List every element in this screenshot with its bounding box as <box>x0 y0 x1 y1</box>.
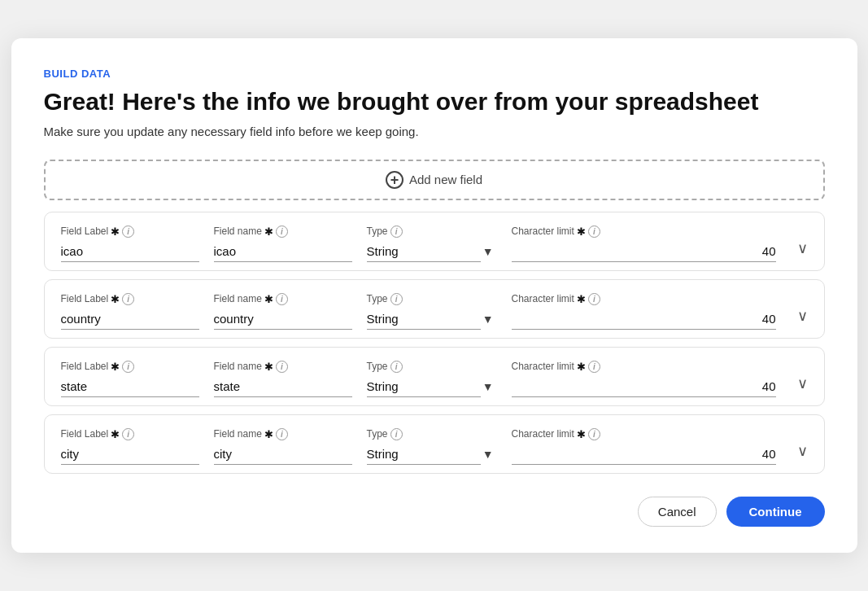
field-name-group-4: Field name ✱ i <box>214 428 352 465</box>
field-char-info-icon-1[interactable]: i <box>588 225 600 238</box>
field-char-info-icon-2[interactable]: i <box>588 293 600 305</box>
char-limit-input-3[interactable] <box>512 376 776 397</box>
subtitle: Make sure you update any necessary field… <box>44 125 825 138</box>
field-label-input-3[interactable] <box>61 376 199 397</box>
field-label-input-4[interactable] <box>61 444 199 465</box>
required-star-name-2: ✱ <box>264 293 273 305</box>
field-type-info-icon-3[interactable]: i <box>390 361 403 373</box>
type-select-wrap-4: StringNumberBooleanDate ▼ <box>367 444 497 465</box>
field-name-group-3: Field name ✱ i <box>214 361 352 397</box>
dropdown-arrow-icon-4: ▼ <box>482 448 494 461</box>
continue-button[interactable]: Continue <box>726 497 825 527</box>
required-star-label-1: ✱ <box>111 225 120 238</box>
required-star-name-4: ✱ <box>264 428 273 440</box>
field-char-group-1: Character limit ✱ i <box>512 225 776 262</box>
field-name-info-icon-2[interactable]: i <box>276 293 288 305</box>
field-label-input-2[interactable] <box>61 309 199 330</box>
char-limit-input-2[interactable] <box>512 309 776 330</box>
field-char-group-2: Character limit ✱ i <box>512 293 776 330</box>
field-name-input-3[interactable] <box>214 376 352 397</box>
required-star-char-1: ✱ <box>577 225 586 238</box>
field-type-header-2: Type i <box>367 293 497 305</box>
required-star-char-4: ✱ <box>577 428 586 440</box>
field-type-info-icon-2[interactable]: i <box>390 293 403 305</box>
main-modal: BUILD DATA Great! Here's the info we bro… <box>11 38 857 553</box>
required-star-char-3: ✱ <box>577 361 586 373</box>
field-name-info-icon-4[interactable]: i <box>276 428 288 440</box>
field-type-group-1: Type i StringNumberBooleanDate ▼ <box>367 225 497 262</box>
required-star-label-4: ✱ <box>111 428 120 440</box>
fields-container: Field Label ✱ i Field name ✱ i Type i St… <box>44 212 825 474</box>
field-name-info-icon-1[interactable]: i <box>276 225 288 238</box>
field-label-group-2: Field Label ✱ i <box>61 293 199 330</box>
field-name-header-2: Field name ✱ i <box>214 293 352 305</box>
field-name-group-1: Field name ✱ i <box>214 225 352 262</box>
field-name-group-2: Field name ✱ i <box>214 293 352 330</box>
field-label-info-icon-1[interactable]: i <box>122 225 134 238</box>
field-label-input-1[interactable] <box>61 241 199 262</box>
field-char-header-2: Character limit ✱ i <box>512 293 776 305</box>
required-star-label-2: ✱ <box>111 293 120 305</box>
char-limit-input-4[interactable] <box>512 444 776 465</box>
field-label-info-icon-2[interactable]: i <box>122 293 134 305</box>
field-type-group-2: Type i StringNumberBooleanDate ▼ <box>367 293 497 330</box>
field-row-2: Field Label ✱ i Field name ✱ i Type i St… <box>44 279 825 339</box>
field-name-input-2[interactable] <box>214 309 352 330</box>
char-limit-input-1[interactable] <box>512 241 776 262</box>
required-star-name-1: ✱ <box>264 225 273 238</box>
field-type-header-1: Type i <box>367 225 497 238</box>
field-label-info-icon-3[interactable]: i <box>122 361 134 373</box>
type-select-2[interactable]: StringNumberBooleanDate <box>367 309 481 330</box>
required-star-char-2: ✱ <box>577 293 586 305</box>
field-char-info-icon-3[interactable]: i <box>588 361 600 373</box>
chevron-down-button-3[interactable]: ∨ <box>791 371 811 396</box>
field-label-group-4: Field Label ✱ i <box>61 428 199 465</box>
type-select-4[interactable]: StringNumberBooleanDate <box>367 444 481 465</box>
field-label-info-icon-4[interactable]: i <box>122 428 134 440</box>
chevron-down-button-2[interactable]: ∨ <box>791 304 811 328</box>
field-label-header-2: Field Label ✱ i <box>61 293 199 305</box>
field-char-info-icon-4[interactable]: i <box>588 428 600 440</box>
field-row-1: Field Label ✱ i Field name ✱ i Type i St… <box>44 212 825 271</box>
field-name-header-4: Field name ✱ i <box>214 428 352 440</box>
type-select-wrap-3: StringNumberBooleanDate ▼ <box>367 376 497 397</box>
type-select-wrap-1: StringNumberBooleanDate ▼ <box>367 241 497 262</box>
field-label-header-1: Field Label ✱ i <box>61 225 199 238</box>
field-type-header-4: Type i <box>367 428 497 440</box>
chevron-down-button-4[interactable]: ∨ <box>791 439 811 463</box>
field-row-3: Field Label ✱ i Field name ✱ i Type i St… <box>44 347 825 406</box>
footer-buttons: Cancel Continue <box>44 497 825 527</box>
field-type-info-icon-4[interactable]: i <box>390 428 403 440</box>
field-name-input-4[interactable] <box>214 444 352 465</box>
field-name-header-1: Field name ✱ i <box>214 225 352 238</box>
field-label-group-1: Field Label ✱ i <box>61 225 199 262</box>
field-type-group-4: Type i StringNumberBooleanDate ▼ <box>367 428 497 465</box>
dropdown-arrow-icon-3: ▼ <box>482 380 494 393</box>
main-title: Great! Here's the info we brought over f… <box>44 88 825 116</box>
dropdown-arrow-icon-1: ▼ <box>482 245 494 258</box>
required-star-label-3: ✱ <box>111 361 120 373</box>
field-row-4: Field Label ✱ i Field name ✱ i Type i St… <box>44 414 825 474</box>
plus-circle-icon: + <box>386 171 403 189</box>
field-name-header-3: Field name ✱ i <box>214 361 352 373</box>
chevron-down-button-1[interactable]: ∨ <box>791 236 811 260</box>
field-type-header-3: Type i <box>367 361 497 373</box>
type-select-3[interactable]: StringNumberBooleanDate <box>367 376 481 397</box>
field-char-header-1: Character limit ✱ i <box>512 225 776 238</box>
field-type-info-icon-1[interactable]: i <box>390 225 403 238</box>
field-label-header-4: Field Label ✱ i <box>61 428 199 440</box>
field-type-group-3: Type i StringNumberBooleanDate ▼ <box>367 361 497 397</box>
field-label-header-3: Field Label ✱ i <box>61 361 199 373</box>
type-select-1[interactable]: StringNumberBooleanDate <box>367 241 481 262</box>
add-new-field-button[interactable]: + Add new field <box>44 160 825 200</box>
build-data-label: BUILD DATA <box>44 68 825 80</box>
field-name-input-1[interactable] <box>214 241 352 262</box>
dropdown-arrow-icon-2: ▼ <box>482 313 494 326</box>
cancel-button[interactable]: Cancel <box>638 497 717 527</box>
field-char-group-3: Character limit ✱ i <box>512 361 776 397</box>
field-name-info-icon-3[interactable]: i <box>276 361 288 373</box>
field-label-group-3: Field Label ✱ i <box>61 361 199 397</box>
type-select-wrap-2: StringNumberBooleanDate ▼ <box>367 309 497 330</box>
field-char-header-3: Character limit ✱ i <box>512 361 776 373</box>
field-char-header-4: Character limit ✱ i <box>512 428 776 440</box>
